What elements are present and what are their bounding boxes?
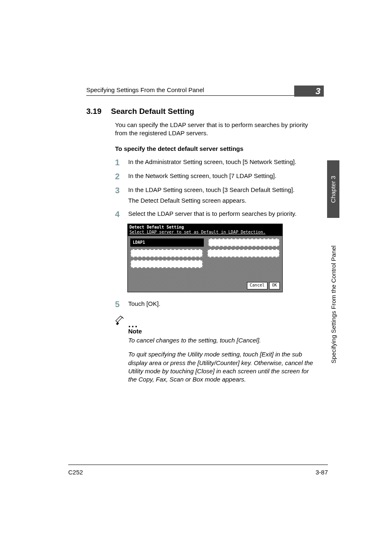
step-number: 4 [115, 210, 128, 219]
ldap-server-button-1[interactable]: LDAP1 [130, 238, 204, 247]
section-heading: 3.19Search Default Setting [86, 107, 314, 116]
note-paragraph-1: To cancel changes to the setting, touch … [128, 336, 314, 345]
step-number: 1 [115, 158, 128, 167]
ldap-server-button-4[interactable] [207, 249, 280, 257]
footer-page-number: 3-87 [316, 469, 328, 476]
step-5: 5 Touch [OK]. [115, 300, 314, 309]
screen-row: LDAP1 [130, 238, 280, 247]
running-header: Specifying Settings From the Control Pan… [86, 86, 312, 93]
footer-model: C252 [68, 469, 83, 476]
step-1: 1 In the Administrator Setting screen, t… [115, 158, 314, 167]
footer-rule [68, 465, 328, 465]
screen-footer: Cancel OK [130, 271, 280, 289]
step-number: 3 [115, 186, 128, 205]
step-text: In the Administrator Setting screen, tou… [128, 158, 296, 167]
step-text-main: In the LDAP Setting screen, touch [3 Sea… [128, 186, 295, 193]
step-3: 3 In the LDAP Setting screen, touch [3 S… [115, 186, 314, 205]
header-rule [86, 95, 312, 96]
step-2: 2 In the Network Setting screen, touch [… [115, 172, 314, 181]
step-4: 4 Select the LDAP server that is to perf… [115, 210, 314, 219]
screen-row [130, 249, 280, 257]
screen-instruction: Select LDAP server to set as Default in … [128, 230, 282, 236]
screen-title: Detect Default Setting [128, 224, 282, 230]
step-text: Touch [OK]. [128, 300, 160, 309]
section-number: 3.19 [86, 107, 111, 116]
step-text: In the LDAP Setting screen, touch [3 Sea… [128, 186, 295, 205]
section-title: Search Default Setting [111, 107, 194, 116]
side-title-label: Specifying Settings From the Control Pan… [327, 222, 339, 386]
device-screenshot: Detect Default Setting Select LDAP serve… [127, 224, 283, 292]
note-icon [115, 314, 126, 327]
note-icon-row: ... [115, 314, 314, 327]
side-chapter-text: Chapter 3 [330, 176, 337, 203]
step-text-sub: The Detect Default Setting screen appear… [128, 197, 295, 205]
screen-row [130, 260, 280, 268]
note-paragraph-2: To quit specifying the Utility mode sett… [128, 350, 314, 384]
step-text: In the Network Setting screen, touch [7 … [128, 172, 277, 181]
chapter-number-tab: 3 [294, 86, 324, 97]
ldap-server-button-3[interactable] [130, 249, 203, 257]
step-number: 2 [115, 172, 128, 181]
ldap-server-button-5[interactable] [130, 260, 203, 268]
screen-body: LDAP1 Cancel OK [128, 236, 282, 292]
cancel-button[interactable]: Cancel [247, 282, 267, 289]
step-number: 5 [115, 300, 128, 309]
procedure-heading: To specify the detect default server set… [115, 145, 314, 152]
side-title-text: Specifying Settings From the Control Pan… [330, 245, 337, 363]
section-intro: You can specify the LDAP server that is … [115, 121, 314, 138]
ldap-server-button-2[interactable] [208, 238, 280, 247]
ok-button[interactable]: OK [269, 282, 280, 289]
side-chapter-label: Chapter 3 [327, 160, 339, 218]
step-text: Select the LDAP server that is to perfor… [128, 210, 297, 219]
note-dots-icon: ... [128, 321, 138, 327]
note-label: Note [128, 328, 314, 335]
